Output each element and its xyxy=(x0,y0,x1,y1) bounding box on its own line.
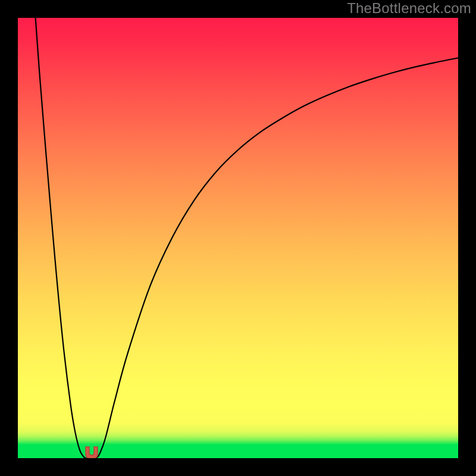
bottleneck-curve xyxy=(18,18,458,458)
chart-frame: TheBottleneck.com xyxy=(0,0,476,476)
plot-area xyxy=(18,18,458,458)
optimal-point-marker xyxy=(84,446,99,458)
curve-left-branch xyxy=(36,18,89,458)
watermark-label: TheBottleneck.com xyxy=(347,0,471,17)
u-icon xyxy=(86,447,98,458)
curve-right-branch xyxy=(95,58,458,458)
